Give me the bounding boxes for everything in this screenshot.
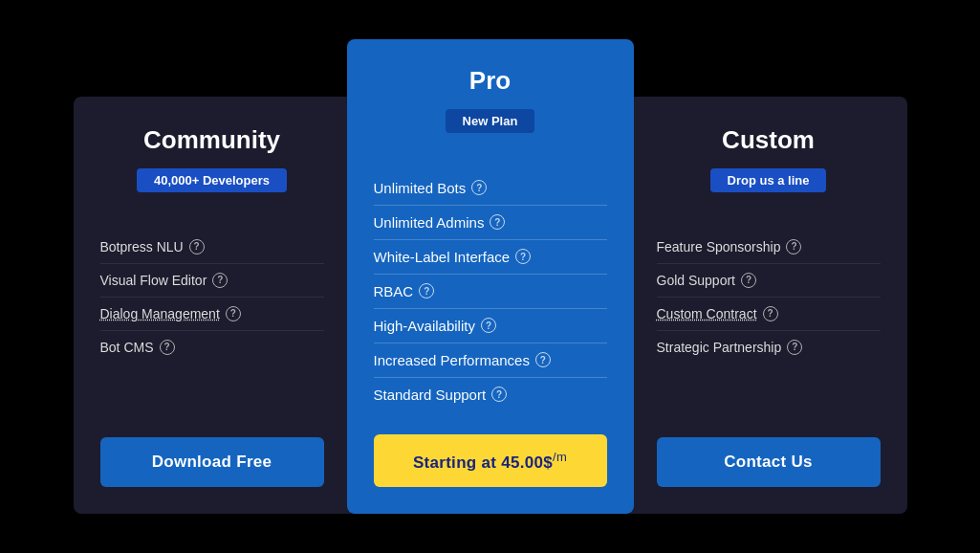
list-item: Custom Contract ? [657, 298, 881, 331]
feature-label: Botpress NLU [100, 239, 184, 254]
pro-badge-wrapper: New Plan [374, 109, 607, 152]
download-free-button[interactable]: Download Free [100, 437, 324, 487]
community-badge-wrapper: 40,000+ Developers [100, 168, 324, 211]
info-icon[interactable]: ? [786, 239, 801, 254]
feature-label: Standard Support [374, 387, 487, 403]
info-icon[interactable]: ? [763, 306, 778, 321]
info-icon[interactable]: ? [226, 306, 241, 321]
feature-label: Increased Performances [374, 352, 530, 368]
info-icon[interactable]: ? [212, 273, 228, 288]
info-icon[interactable]: ? [481, 318, 496, 333]
starting-label: Starting at 45.00$ [413, 453, 553, 471]
list-item: Feature Sponsorship ? [657, 231, 881, 264]
feature-label: Bot CMS [100, 340, 154, 355]
info-icon[interactable]: ? [741, 273, 756, 288]
list-item: Gold Support ? [657, 264, 881, 298]
info-icon[interactable]: ? [189, 239, 205, 254]
community-card: Community 40,000+ Developers Botpress NL… [74, 97, 351, 515]
list-item: High-Availability ? [374, 309, 607, 343]
info-icon[interactable]: ? [160, 340, 175, 355]
list-item: White-Label Interface ? [374, 240, 607, 275]
feature-label: RBAC [374, 283, 414, 299]
community-title: Community [100, 125, 324, 155]
list-item: Standard Support ? [374, 378, 607, 411]
info-icon[interactable]: ? [535, 352, 551, 367]
feature-label: Unlimited Admins [374, 214, 485, 231]
list-item: Unlimited Admins ? [374, 206, 607, 240]
info-icon[interactable]: ? [490, 214, 505, 230]
info-icon[interactable]: ? [491, 387, 507, 402]
custom-badge: Drop us a line [710, 168, 827, 192]
pro-title: Pro [374, 66, 607, 96]
list-item: Strategic Partnership ? [657, 331, 881, 364]
starting-at-button[interactable]: Starting at 45.00$/m [374, 434, 607, 488]
custom-badge-wrapper: Drop us a line [657, 168, 881, 211]
starting-suffix: /m [553, 450, 567, 464]
info-icon[interactable]: ? [419, 283, 434, 299]
feature-label: High-Availability [374, 318, 475, 334]
custom-card: Custom Drop us a line Feature Sponsorshi… [630, 97, 907, 515]
info-icon[interactable]: ? [471, 180, 487, 195]
info-icon[interactable]: ? [515, 249, 531, 264]
contact-us-button[interactable]: Contact Us [657, 437, 881, 487]
list-item: RBAC ? [374, 275, 607, 309]
list-item: Botpress NLU ? [100, 231, 324, 264]
custom-title: Custom [657, 125, 881, 155]
list-item: Unlimited Bots ? [374, 171, 607, 206]
community-features: Botpress NLU ? Visual Flow Editor ? Dial… [100, 231, 324, 415]
feature-label: Gold Support [657, 273, 736, 288]
feature-label: Unlimited Bots [374, 180, 467, 196]
pro-features: Unlimited Bots ? Unlimited Admins ? Whit… [374, 171, 607, 411]
community-badge: 40,000+ Developers [137, 168, 287, 192]
pricing-section: Community 40,000+ Developers Botpress NL… [74, 39, 907, 515]
feature-label: White-Label Interface [374, 249, 511, 265]
list-item: Bot CMS ? [100, 331, 324, 364]
list-item: Dialog Management ? [100, 298, 324, 331]
pro-badge: New Plan [446, 109, 535, 133]
info-icon[interactable]: ? [787, 340, 802, 355]
pro-card: Pro New Plan Unlimited Bots ? Unlimited … [347, 39, 634, 515]
feature-label: Strategic Partnership [657, 340, 782, 355]
feature-label: Dialog Management [100, 306, 220, 321]
list-item: Visual Flow Editor ? [100, 264, 324, 298]
list-item: Increased Performances ? [374, 343, 607, 378]
custom-features: Feature Sponsorship ? Gold Support ? Cus… [657, 231, 881, 415]
feature-label: Visual Flow Editor [100, 273, 207, 288]
feature-label: Custom Contract [657, 306, 757, 321]
feature-label: Feature Sponsorship [657, 239, 781, 254]
